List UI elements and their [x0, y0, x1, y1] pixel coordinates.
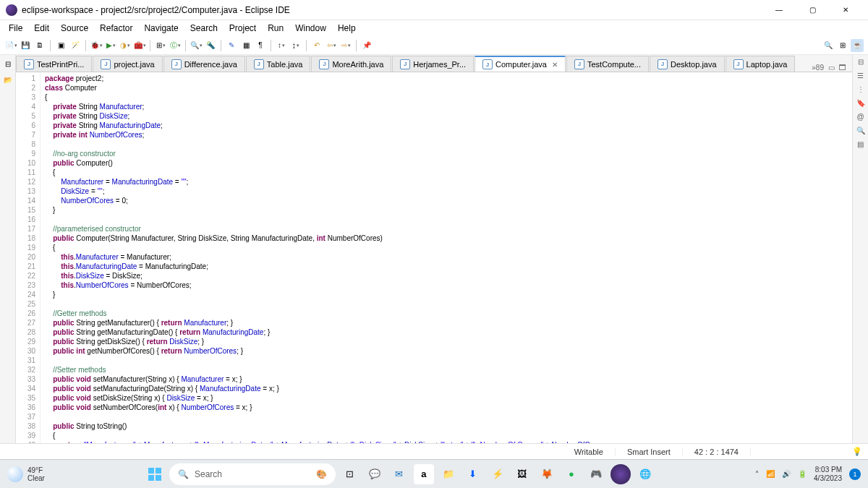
debug-icon[interactable]: 🐞▾	[90, 39, 103, 52]
maximize-view-icon[interactable]: 🗖	[839, 64, 846, 72]
menu-edit[interactable]: Edit	[28, 23, 55, 33]
forward-icon[interactable]: ⇨▾	[339, 39, 352, 52]
code-line[interactable]: //Getter methods	[45, 309, 852, 318]
menu-help[interactable]: Help	[332, 23, 362, 33]
notifications-icon[interactable]: 1	[849, 468, 861, 480]
minimize-view-icon[interactable]: ▭	[828, 64, 835, 72]
code-line[interactable]: this.DiskSize = DiskSize;	[45, 271, 852, 281]
code-line[interactable]	[45, 215, 852, 224]
code-line[interactable]: this.ManufacturingDate = ManufacturingDa…	[45, 262, 852, 271]
code-line[interactable]: private String DiskSize;	[45, 111, 852, 121]
minimize-button[interactable]: —	[762, 0, 796, 20]
code-line[interactable]: this.NumberOfCores = NumberOfCores;	[45, 281, 852, 290]
code-line[interactable]: this.Manufacturer = Manufacturer;	[45, 252, 852, 262]
code-line[interactable]: public String toString()	[45, 421, 852, 431]
close-icon[interactable]: ✕	[552, 61, 558, 69]
code-line[interactable]: DiskSize = "";	[45, 187, 852, 196]
tab-difference-java[interactable]: JDifference.java	[163, 56, 245, 72]
open-perspective-icon[interactable]: ⊞	[836, 39, 849, 52]
code-editor[interactable]: 1234567891011121314151617181920212223242…	[16, 72, 852, 443]
code-line[interactable]: //Setter methods	[45, 365, 852, 374]
tab-desktop-java[interactable]: JDesktop.java	[650, 56, 725, 72]
winamp-icon[interactable]: ⚡	[488, 464, 508, 484]
code-line[interactable]	[45, 356, 852, 365]
discord-icon[interactable]: 🎮	[586, 464, 606, 484]
code-line[interactable]	[45, 412, 852, 421]
wand-icon[interactable]: 🪄	[69, 39, 82, 52]
quick-access-icon[interactable]: 🔍	[822, 39, 835, 52]
code-line[interactable]: Manufacturer = ManufacturingDate = "";	[45, 177, 852, 187]
code-line[interactable]: public Computer(String Manufacturer, Str…	[45, 234, 852, 243]
java-perspective-icon[interactable]: ☕	[851, 39, 864, 52]
tab-testcompute-[interactable]: JTestCompute...	[566, 56, 649, 72]
open-type-icon[interactable]: 🔍▾	[190, 39, 203, 52]
annotation-prev-icon[interactable]: ↕▾	[275, 39, 288, 52]
chat-icon[interactable]: 💬	[365, 464, 385, 484]
code-line[interactable]: public void setDiskSize(String x) { Disk…	[45, 393, 852, 403]
code-line[interactable]: public String getDiskSize() { return Dis…	[45, 337, 852, 346]
tab-laptop-java[interactable]: JLaptop.java	[726, 56, 796, 72]
firefox-icon[interactable]: 🦊	[537, 464, 557, 484]
tab-computer-java[interactable]: JComputer.java✕	[475, 56, 566, 72]
code-line[interactable]: public int getNumberOfCores() { return N…	[45, 346, 852, 356]
new-icon[interactable]: 📄▾	[4, 39, 17, 52]
code-line[interactable]	[45, 299, 852, 309]
menu-run[interactable]: Run	[262, 23, 289, 33]
annotation-next-icon[interactable]: ↨▾	[289, 39, 302, 52]
start-icon[interactable]	[145, 464, 165, 484]
back-icon[interactable]: ⇦▾	[325, 39, 338, 52]
menu-file[interactable]: File	[3, 23, 28, 33]
tab-overflow[interactable]: »89	[812, 64, 824, 72]
code-line[interactable]: {	[45, 431, 852, 440]
new-package-icon[interactable]: ⊞▾	[154, 39, 167, 52]
spotify-icon[interactable]: ●	[561, 464, 582, 484]
menu-project[interactable]: Project	[224, 23, 262, 33]
code-line[interactable]: {	[45, 243, 852, 252]
code-line[interactable]: NumberOfCores = 0;	[45, 196, 852, 205]
close-button[interactable]: ✕	[829, 0, 862, 20]
chrome-icon[interactable]: 🌐	[635, 464, 655, 484]
tab-project-java[interactable]: Jproject.java	[93, 56, 162, 72]
code-line[interactable]: public void setManufacturingDate(String …	[45, 384, 852, 393]
code-line[interactable]: public String getManufacturingDate() { r…	[45, 328, 852, 337]
task-view-icon[interactable]: ⊡	[340, 464, 360, 484]
code-line[interactable]: {	[45, 168, 852, 177]
taskbar-search[interactable]: 🔍Search🎨	[169, 463, 336, 485]
menu-window[interactable]: Window	[289, 23, 332, 33]
bookmark-icon[interactable]: 🔖	[856, 99, 865, 107]
find-icon[interactable]: 🔍	[856, 127, 865, 134]
mail-icon[interactable]: ✉	[389, 464, 409, 484]
code-line[interactable]: public Computer()	[45, 158, 852, 168]
save-all-icon[interactable]: 🗎	[33, 39, 46, 52]
minimap-icon[interactable]: ⋮	[857, 85, 864, 93]
code-line[interactable]: public String getManufacturer() { return…	[45, 318, 852, 328]
tab-morearith-java[interactable]: JMoreArith.java	[311, 56, 391, 72]
code-line[interactable]: }	[45, 205, 852, 215]
task-list-icon[interactable]: ☰	[857, 72, 864, 80]
tip-icon[interactable]: 💡	[852, 447, 868, 456]
run-icon[interactable]: ▶▾	[104, 39, 117, 52]
clock[interactable]: 8:03 PM 4/3/2023	[814, 466, 842, 483]
code-line[interactable]	[45, 140, 852, 149]
tab-table-java[interactable]: JTable.java	[246, 56, 311, 72]
at-icon[interactable]: @	[856, 113, 864, 121]
code-line[interactable]: class Computer	[45, 83, 852, 93]
volume-icon[interactable]: 🔊	[782, 470, 791, 478]
eclipse-app-icon[interactable]	[610, 464, 631, 484]
project-explorer-icon[interactable]: 📂	[2, 74, 14, 85]
code-line[interactable]: public void setNumberOfCores(int x) { Nu…	[45, 403, 852, 412]
code-line[interactable]: return "Manufacturer: " + Manufacturer +…	[45, 440, 852, 443]
menu-refactor[interactable]: Refactor	[94, 23, 138, 33]
menu-source[interactable]: Source	[55, 23, 94, 33]
coverage-icon[interactable]: ◑▾	[119, 39, 132, 52]
menu-navigate[interactable]: Navigate	[138, 23, 184, 33]
code-line[interactable]: }	[45, 290, 852, 299]
code-line[interactable]: public void setManufacturer(String x) { …	[45, 374, 852, 384]
problems-icon[interactable]: ▤	[857, 140, 864, 148]
dropbox-icon[interactable]: ⬇	[463, 464, 483, 484]
outline-icon[interactable]: ⊟	[858, 58, 864, 66]
new-class-icon[interactable]: Ⓒ▾	[169, 39, 182, 52]
toggle-mark-icon[interactable]: ✎	[225, 39, 238, 52]
ext-tools-icon[interactable]: 🧰▾	[133, 39, 146, 52]
photos-icon[interactable]: 🖼	[512, 464, 532, 484]
